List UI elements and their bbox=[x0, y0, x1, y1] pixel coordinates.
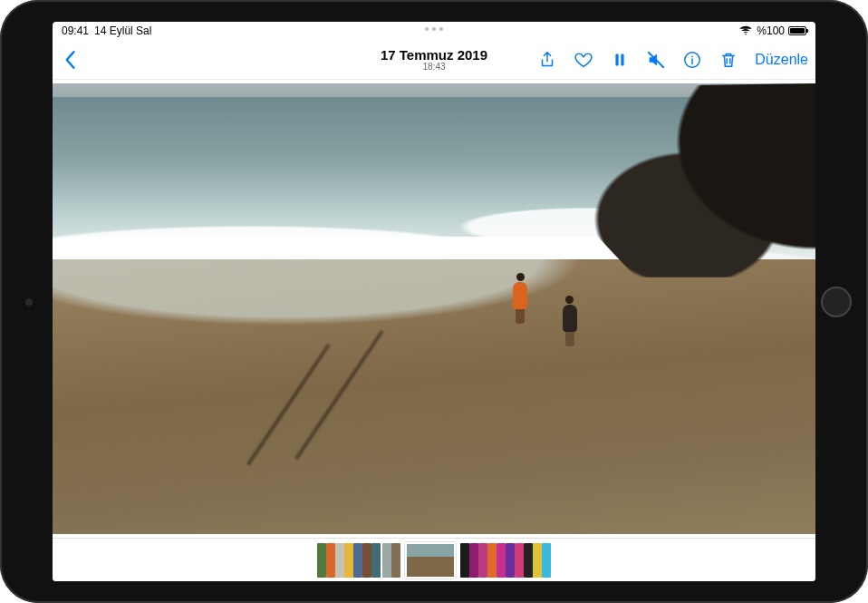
thumbnail[interactable] bbox=[391, 543, 400, 578]
battery-icon bbox=[788, 26, 806, 35]
photo-date: 17 Temmuz 2019 bbox=[381, 47, 487, 63]
pause-button[interactable] bbox=[610, 50, 630, 70]
thumbnail[interactable] bbox=[353, 543, 362, 578]
figure-1 bbox=[510, 273, 530, 324]
thumbnail[interactable] bbox=[469, 543, 478, 578]
home-button[interactable] bbox=[821, 287, 852, 317]
nav-bar: 17 Temmuz 2019 18:43 bbox=[53, 40, 815, 80]
edit-button[interactable]: Düzenle bbox=[755, 52, 808, 68]
thumbnail[interactable] bbox=[317, 543, 326, 578]
thumbnail[interactable] bbox=[524, 543, 533, 578]
thumbnail[interactable] bbox=[487, 543, 497, 578]
thumbnail[interactable] bbox=[478, 543, 487, 578]
thumb-group[interactable] bbox=[317, 543, 381, 578]
delete-button[interactable] bbox=[719, 50, 738, 70]
svg-point-4 bbox=[691, 55, 693, 57]
thumbnail[interactable] bbox=[497, 543, 506, 578]
thumbnail[interactable] bbox=[362, 543, 371, 578]
svg-rect-0 bbox=[616, 53, 619, 65]
front-camera bbox=[25, 298, 33, 306]
thumbnail[interactable] bbox=[533, 543, 542, 578]
figure-2 bbox=[560, 296, 580, 346]
multitask-dots[interactable] bbox=[425, 27, 443, 31]
share-button[interactable] bbox=[537, 50, 557, 70]
mute-button[interactable] bbox=[646, 50, 666, 70]
thumb-group[interactable] bbox=[460, 543, 551, 578]
thumbnail[interactable] bbox=[344, 543, 353, 578]
wifi-icon bbox=[738, 25, 753, 36]
photo-viewport[interactable] bbox=[53, 80, 815, 538]
thumbnail[interactable] bbox=[335, 543, 344, 578]
battery-percent: %100 bbox=[757, 24, 785, 37]
thumbnail-strip[interactable] bbox=[53, 538, 815, 581]
thumbnail[interactable] bbox=[382, 543, 391, 578]
ipad-device-frame: 09:41 14 Eylül Sal %100 17 Temm bbox=[0, 0, 868, 603]
thumbnail[interactable] bbox=[326, 543, 335, 578]
photo-time: 18:43 bbox=[381, 62, 487, 72]
thumb-group[interactable] bbox=[382, 543, 400, 578]
info-button[interactable] bbox=[682, 50, 702, 70]
status-date: 14 Eylül Sal bbox=[94, 24, 151, 37]
thumbnail[interactable] bbox=[515, 543, 524, 578]
thumbnail[interactable] bbox=[542, 543, 551, 578]
favorite-button[interactable] bbox=[574, 50, 593, 70]
thumbnail[interactable] bbox=[371, 543, 381, 578]
status-bar: 09:41 14 Eylül Sal %100 bbox=[53, 22, 815, 40]
thumbnail-current[interactable] bbox=[405, 542, 456, 579]
thumbnail[interactable] bbox=[460, 543, 469, 578]
main-photo[interactable] bbox=[53, 83, 815, 534]
back-button[interactable] bbox=[60, 50, 80, 70]
thumbnail[interactable] bbox=[506, 543, 515, 578]
nav-title: 17 Temmuz 2019 18:43 bbox=[381, 47, 487, 72]
status-time: 09:41 bbox=[62, 24, 89, 37]
svg-rect-1 bbox=[622, 53, 624, 65]
screen: 09:41 14 Eylül Sal %100 17 Temm bbox=[53, 22, 815, 581]
